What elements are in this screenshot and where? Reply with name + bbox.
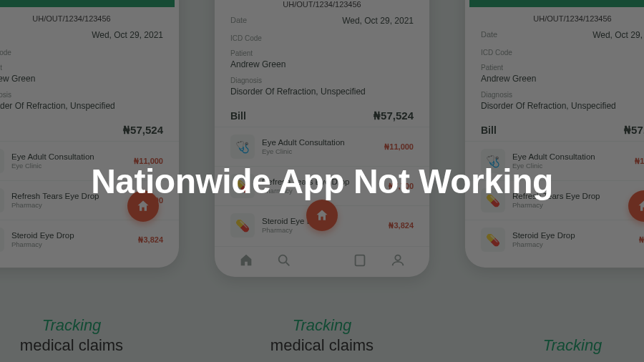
- caption-line2: medical claims: [0, 336, 179, 355]
- diagnosis-value: Disorder Of Refraction, Unspecified: [230, 87, 414, 97]
- date-value: Wed, Oct 29, 2021: [92, 30, 163, 40]
- item-sub: Pharmacy: [11, 240, 131, 248]
- patient-name: Andrew Green: [230, 59, 414, 69]
- phone-mockup-center: UH/OUT/1234/123456 Date Wed, Oct 29, 202…: [215, 0, 429, 277]
- nav-doc-icon[interactable]: [352, 253, 368, 268]
- home-icon: [315, 208, 329, 222]
- phone-mockup-left: UH/OUT/1234/123456 Date Wed, Oct 29, 202…: [0, 0, 179, 268]
- date-label: Date: [481, 30, 497, 40]
- date-value: Wed, Oct 29, 2021: [592, 30, 644, 40]
- home-icon: [136, 199, 150, 213]
- pill-icon: 💊: [481, 228, 505, 252]
- date-label: Date: [230, 16, 247, 26]
- pill-icon: 💊: [481, 188, 505, 212]
- item-title: Steroid Eye Drop: [512, 231, 632, 240]
- list-item: 🩺 Eye Adult Consultation Eye Clinic ₦11,…: [465, 141, 644, 180]
- svg-line-1: [286, 263, 290, 266]
- phone-slot-left: UH/OUT/1234/123456 Date Wed, Oct 29, 202…: [0, 0, 179, 362]
- caption-line1: Tracking: [0, 316, 179, 335]
- diagnosis-value: Disorder Of Refraction, Unspecified: [481, 101, 644, 111]
- item-sub: Pharmacy: [512, 201, 632, 209]
- app-header: [0, 0, 175, 7]
- item-sub: Eye Clinic: [11, 162, 127, 170]
- patient-label: Patient: [481, 64, 644, 72]
- fab-button[interactable]: [306, 200, 338, 231]
- item-price: ₦11,000: [635, 157, 644, 166]
- bill-amount: ₦57,524: [624, 124, 644, 137]
- caption-line1: Tracking: [215, 316, 429, 335]
- bill-amount: ₦57,524: [374, 109, 414, 122]
- patient-name: Andrew Green: [481, 74, 644, 84]
- svg-point-0: [279, 255, 287, 263]
- diagnosis-label: Diagnosis: [230, 77, 414, 84]
- nav-user-icon[interactable]: [390, 253, 406, 268]
- list-item: 🩺 Eye Adult Consultation Eye Clinic ₦11,…: [0, 141, 179, 180]
- app-header: [469, 0, 644, 7]
- item-title: Refresh Tears Eye Drop: [262, 177, 381, 186]
- item-price: ₦11,000: [384, 142, 414, 152]
- item-sub: Pharmacy: [262, 187, 381, 195]
- pill-icon: 💊: [0, 188, 4, 212]
- reference-number: UH/OUT/1234/123456: [0, 14, 179, 23]
- bill-label: Bill: [230, 110, 246, 122]
- bottom-nav: [215, 246, 429, 268]
- phone-slot-right: UH/OUT/1234/123456 Date Wed, Oct 29, 202…: [465, 0, 644, 362]
- reference-number: UH/OUT/1234/123456: [465, 14, 644, 23]
- nav-spacer: [314, 253, 330, 268]
- item-title: Refresh Tears Eye Drop: [11, 192, 131, 200]
- item-title: Eye Adult Consultation: [512, 152, 628, 161]
- icd-label: ICD Code: [230, 34, 414, 42]
- bill-label: Bill: [481, 124, 497, 136]
- item-title: Steroid Eye Drop: [11, 231, 131, 240]
- pill-icon: 💊: [230, 213, 255, 238]
- phone-slot-center: UH/OUT/1234/123456 Date Wed, Oct 29, 202…: [215, 0, 429, 362]
- item-sub: Pharmacy: [512, 240, 632, 248]
- pill-icon: 💊: [0, 228, 4, 252]
- list-item: 💊 Steroid Eye Drop Pharmacy ₦3,824: [465, 220, 644, 259]
- phone-mockup-right: UH/OUT/1234/123456 Date Wed, Oct 29, 202…: [465, 0, 644, 268]
- patient-label: Patient: [0, 64, 163, 72]
- stethoscope-icon: 🩺: [0, 149, 4, 173]
- caption-line2: medical claims: [215, 336, 429, 355]
- patient-label: Patient: [230, 49, 414, 57]
- item-sub: Pharmacy: [11, 201, 131, 209]
- stethoscope-icon: 🩺: [481, 149, 505, 173]
- icd-label: ICD Code: [0, 49, 163, 57]
- diagnosis-label: Diagnosis: [481, 91, 644, 99]
- list-item: 💊 Refresh Tears Eye Drop Pharmacy ₦7,700: [465, 180, 644, 220]
- pill-icon: 💊: [230, 174, 255, 198]
- caption-line1: Tracking: [465, 336, 644, 355]
- item-title: Refresh Tears Eye Drop: [512, 192, 632, 200]
- item-price: ₦3,824: [639, 235, 644, 245]
- background-phones: UH/OUT/1234/123456 Date Wed, Oct 29, 202…: [0, 0, 644, 362]
- date-value: Wed, Oct 29, 2021: [342, 16, 414, 26]
- item-price: ₦3,824: [389, 221, 414, 230]
- stethoscope-icon: 🩺: [230, 134, 255, 159]
- list-item: 🩺 Eye Adult Consultation Eye Clinic ₦11,…: [215, 127, 429, 166]
- home-icon: [637, 199, 644, 213]
- item-title: Eye Adult Consultation: [11, 152, 127, 161]
- item-price: ₦11,000: [134, 157, 163, 166]
- nav-home-icon[interactable]: [238, 253, 254, 268]
- svg-point-3: [395, 255, 400, 260]
- bill-amount: ₦57,524: [123, 124, 163, 137]
- fab-button[interactable]: [127, 190, 159, 222]
- svg-rect-2: [355, 255, 364, 266]
- diagnosis-label: Diagnosis: [0, 91, 163, 99]
- item-sub: Eye Clinic: [512, 162, 628, 170]
- item-price: ₦7,700: [389, 182, 414, 191]
- icd-label: ICD Code: [481, 49, 644, 57]
- patient-name: Andrew Green: [0, 74, 163, 84]
- nav-search-icon[interactable]: [276, 253, 292, 268]
- diagnosis-value: Disorder Of Refraction, Unspecified: [0, 101, 163, 111]
- item-sub: Eye Clinic: [262, 147, 377, 155]
- item-price: ₦3,824: [138, 235, 163, 245]
- item-title: Eye Adult Consultation: [262, 138, 377, 147]
- list-item: 💊 Steroid Eye Drop Pharmacy ₦3,824: [0, 220, 179, 259]
- reference-number: UH/OUT/1234/123456: [215, 0, 429, 9]
